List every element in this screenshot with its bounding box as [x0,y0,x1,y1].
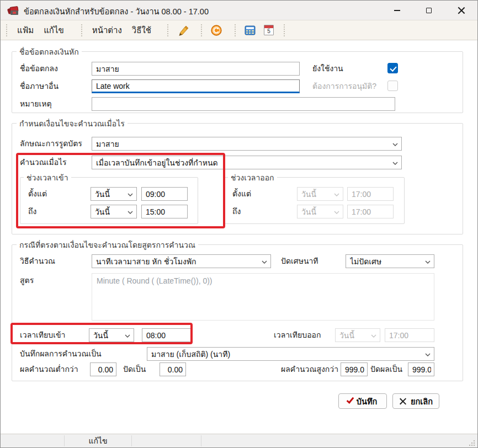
time-out-to-time-input [347,205,394,218]
toolbar-gripper[interactable] [201,24,202,36]
compare-in-day-dropdown[interactable]: วันนี้ [89,328,134,342]
compare-out-time-input [385,328,434,342]
chevron-down-icon [128,211,133,214]
swipe-type-dropdown[interactable]: มาสาย [92,137,402,151]
active-checkbox[interactable] [387,63,398,73]
time-out-from-label: ตั้งแต่ [232,187,251,201]
status-bar: แก้ไข [1,434,477,447]
chevron-down-icon [425,260,431,264]
result-below-label: ผลคำนวณต่ำกว่า [20,362,78,376]
compare-out-day-dropdown: วันนี้ [335,328,380,342]
close-icon [458,7,465,14]
status-mode: แก้ไข [65,434,131,448]
need-approval-checkbox[interactable] [387,81,398,91]
time-in-from-day-dropdown[interactable]: วันนี้ [91,187,137,201]
window-title: ข้อตกลงเงินหักสำหรับข้อตกลง - วันงาน 08.… [24,5,209,18]
active-label: ยังใช้งาน [312,62,343,76]
agreement-name-input[interactable] [92,62,300,76]
cancel-button-label: ยกเลิก [411,395,433,408]
calc-when-label: คำนวณเมื่อไร [20,156,67,169]
red-check-icon [346,396,354,403]
save-button[interactable]: บันทึก [338,393,387,409]
calc-when-dropdown[interactable]: เมื่อเวลาบันทึกเข้าอยู่ในช่วงที่กำหนด [92,156,402,169]
groupbox-agreement-name-legend: ชื่อข้อตกลงเงินหัก [17,46,82,58]
close-button[interactable] [449,1,474,20]
minute-rounding-dropdown[interactable]: ไม่ปัดเศษ [346,254,434,268]
toolbar-gripper[interactable] [81,24,82,36]
other-language-label: ชื่อภาษาอื่น [20,79,59,93]
chevron-down-icon [128,193,133,196]
note-label: หมายเหตุ [20,97,52,111]
toolbar-gripper[interactable] [167,24,168,36]
minute-rounding-label: ปัดเศษนาที [281,254,318,268]
time-out-from-time-input [347,187,394,201]
result-below-input[interactable] [90,362,116,376]
toolbar: แฟ้ม แก้ไข หน้าต่าง วิธีใช้ [1,20,477,40]
method-dropdown[interactable]: นาทีเวลามาสาย หัก ชั่วโมงพัก [92,254,271,268]
pen-icon[interactable] [174,23,191,38]
minimize-icon [394,10,400,11]
compare-in-time-input[interactable] [142,328,192,342]
time-in-to-time-input[interactable] [141,205,188,218]
x-cancel-icon [399,398,406,405]
chevron-down-icon [262,260,267,264]
time-in-to-label: ถึง [28,205,36,218]
round-to-label: ปัดเป็น [123,362,146,376]
toolbar-gripper[interactable] [284,24,285,36]
compare-in-label: เวลาเทียบเข้า [20,328,65,342]
time-out-from-day-dropdown: วันนี้ [297,187,343,201]
result-above-label: ผลคำนวณสูงกว่า [281,362,338,376]
maximize-button[interactable] [417,1,441,20]
round-result-to-input[interactable] [408,362,434,376]
compare-out-label: เวลาเทียบออก [274,328,321,342]
round-result-to-label: ปัดผลเป็น [370,362,402,376]
title-bar: ข้อตกลงเงินหักสำหรับข้อตกลง - วันงาน 08.… [1,1,477,20]
time-in-to-day-dropdown[interactable]: วันนี้ [91,205,137,218]
note-input[interactable] [92,97,395,111]
agreement-name-label: ชื่อข้อตกลง [20,62,58,76]
formula-textarea[interactable]: Minute ( Round ( (LateTime()), 0)) [92,273,434,321]
toolbar-gripper[interactable] [6,24,7,36]
menu-file[interactable]: แฟ้ม [12,22,39,39]
chevron-down-icon [371,334,376,338]
time-in-from-time-input[interactable] [141,187,188,201]
calendar-day-number: 5 [264,28,273,34]
chevron-down-icon [334,193,339,196]
dialog-window: ข้อตกลงเงินหักสำหรับข้อตกลง - วันงาน 08.… [0,0,478,448]
groupbox-time-out-legend: ช่วงเวลาออก [228,172,277,184]
menu-help[interactable]: วิธีใช้ [127,22,156,39]
time-in-from-label: ตั้งแต่ [28,187,47,201]
chevron-down-icon [125,334,130,338]
minimize-button[interactable] [385,1,409,20]
groupbox-condition-legend: กำหนดเงื่อนไขจะคำนวณเมื่อไร [17,118,128,130]
groupbox-formula-legend: กรณีที่ตรงตามเงื่อนไขจะคำนวณโดยสูตรการคำ… [17,239,198,251]
calculator-icon[interactable] [242,23,258,38]
time-out-to-day-dropdown: วันนี้ [297,205,343,218]
formula-label: สูตร [20,274,34,287]
menu-edit[interactable]: แก้ไข [39,22,69,39]
need-approval-label: ต้องการการอนุมัติ? [312,79,376,93]
resize-grip[interactable] [469,439,476,446]
chevron-down-icon [392,143,398,146]
round-to-input[interactable] [160,362,186,376]
save-result-as-dropdown[interactable]: มาสาย (เก็บสถิติ) (นาที) [147,347,434,361]
method-label: วิธีคำนวณ [20,254,55,268]
other-language-input[interactable] [92,79,300,93]
save-button-label: บันทึก [357,395,377,408]
time-out-to-label: ถึง [232,205,241,218]
chevron-down-icon [334,211,339,214]
cancel-button[interactable]: ยกเลิก [392,393,439,409]
maximize-icon [426,8,432,13]
calendar-icon[interactable]: 5 [261,23,277,38]
result-above-input[interactable] [341,362,368,376]
toolbar-gripper[interactable] [235,24,236,36]
recalculate-coin-icon[interactable] [208,23,225,38]
chevron-down-icon [392,162,398,165]
groupbox-time-in-legend: ช่วงเวลาเข้า [24,172,71,184]
menu-window[interactable]: หน้าต่าง [87,22,127,39]
chevron-down-icon [425,353,431,356]
swipe-type-label: ลักษณะการรูดบัตร [20,137,82,151]
save-result-as-label: บันทึกผลการคำนวณเป็น [20,347,102,361]
app-money-cards-icon [7,4,19,17]
